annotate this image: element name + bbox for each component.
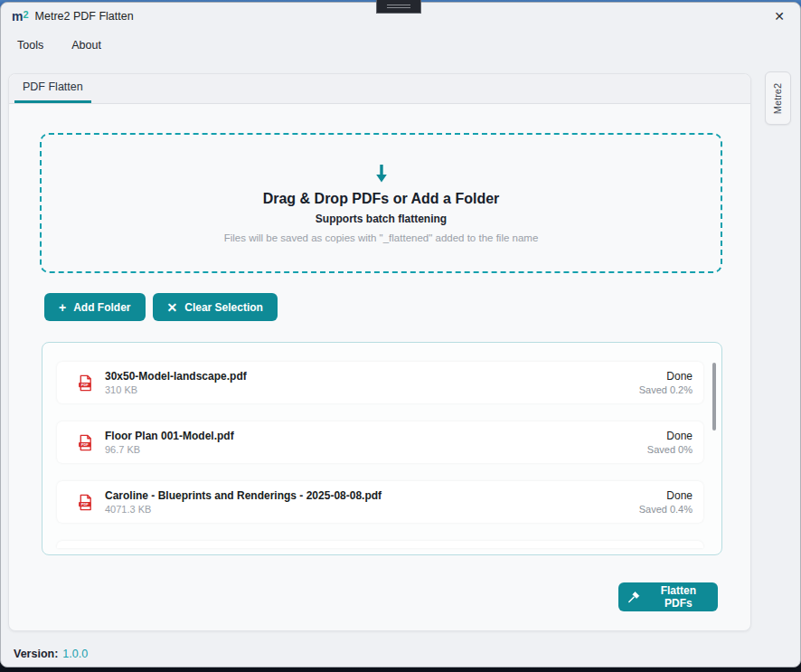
file-saved-text: Saved 0.4%: [639, 504, 693, 515]
file-name: Caroline - Blueprints and Renderings - 2…: [105, 489, 382, 502]
file-status-text: Done: [666, 489, 693, 502]
version-label: Version:: [14, 648, 58, 660]
file-row[interactable]: PDF 30x50-Model-landscape.pdf 310 KB Don…: [57, 362, 703, 403]
file-info: Floor Plan 001-Model.pdf 96.7 KB: [105, 430, 234, 455]
file-status-text: Done: [666, 370, 693, 383]
file-info: Caroline - Blueprints and Renderings - 2…: [105, 489, 382, 515]
tab-label: PDF Flatten: [23, 80, 83, 93]
status-bar: Version:1.0.0: [14, 648, 88, 660]
file-name: Floor Plan 001-Model.pdf: [105, 430, 234, 442]
side-tab-metre2[interactable]: Metre2: [765, 71, 791, 125]
tab-strip: PDF Flatten: [9, 74, 750, 104]
file-row-partial: [57, 541, 703, 548]
close-button[interactable]: ✕: [759, 3, 800, 30]
file-size: 4071.3 KB: [105, 504, 382, 515]
add-folder-button[interactable]: + Add Folder: [44, 293, 146, 321]
file-status: Done Saved 0.4%: [639, 489, 693, 515]
close-icon: ✕: [774, 9, 785, 24]
svg-text:PDF: PDF: [81, 502, 90, 506]
file-status-text: Done: [666, 430, 693, 442]
pdf-file-icon: PDF: [77, 494, 94, 511]
dropzone-subheading: Supports batch flattening: [316, 213, 447, 225]
file-rows: PDF 30x50-Model-landscape.pdf 310 KB Don…: [57, 362, 703, 523]
snap-handle-line: [387, 7, 410, 8]
side-tab-label: Metre2: [773, 82, 784, 113]
toolbar: + Add Folder ✕ Clear Selection: [44, 293, 278, 321]
menu-item-about[interactable]: About: [70, 35, 103, 55]
cross-icon: ✕: [167, 301, 178, 314]
version-value: 1.0.0: [62, 648, 88, 660]
file-list-scrollbar[interactable]: [712, 363, 716, 431]
flatten-pdfs-label: Flatten PDFs: [648, 584, 709, 610]
plus-icon: +: [59, 301, 66, 314]
main-panel: PDF Flatten Drag & Drop PDFs or Add a Fo…: [8, 73, 751, 631]
desktop-background: m2 Metre2 PDF Flatten ✕ Tools About Metr…: [0, 0, 801, 672]
file-info: 30x50-Model-landscape.pdf 310 KB: [105, 370, 247, 395]
file-row[interactable]: PDF Floor Plan 001-Model.pdf 96.7 KB Don…: [57, 421, 703, 463]
down-arrow-icon: [374, 164, 389, 184]
tab-pdf-flatten[interactable]: PDF Flatten: [14, 73, 91, 103]
file-saved-text: Saved 0%: [647, 444, 693, 455]
app-logo-icon: m2: [12, 9, 29, 24]
clear-selection-label: Clear Selection: [184, 301, 263, 314]
menu-item-tools[interactable]: Tools: [15, 35, 45, 55]
file-size: 96.7 KB: [105, 444, 234, 455]
file-row[interactable]: PDF Caroline - Blueprints and Renderings…: [57, 481, 703, 523]
file-name: 30x50-Model-landscape.pdf: [105, 370, 247, 383]
add-folder-label: Add Folder: [73, 301, 130, 314]
app-window: m2 Metre2 PDF Flatten ✕ Tools About Metr…: [0, 2, 801, 667]
file-list: PDF 30x50-Model-landscape.pdf 310 KB Don…: [42, 342, 722, 555]
drag-drop-zone[interactable]: Drag & Drop PDFs or Add a Folder Support…: [40, 133, 722, 273]
menu-bar: Tools About: [1, 30, 800, 61]
pdf-file-icon: PDF: [77, 434, 94, 451]
svg-text:PDF: PDF: [81, 383, 90, 387]
hammer-icon: [627, 590, 641, 604]
dropzone-note: Files will be saved as copies with "_fla…: [224, 232, 539, 243]
dropzone-heading: Drag & Drop PDFs or Add a Folder: [263, 191, 500, 207]
svg-text:PDF: PDF: [81, 442, 90, 447]
clear-selection-button[interactable]: ✕ Clear Selection: [153, 293, 278, 321]
file-saved-text: Saved 0.2%: [639, 384, 693, 395]
file-size: 310 KB: [105, 384, 247, 395]
flatten-pdfs-button[interactable]: Flatten PDFs: [618, 582, 718, 611]
window-title: Metre2 PDF Flatten: [35, 10, 134, 23]
file-status: Done Saved 0.2%: [639, 370, 693, 395]
snap-layout-handle[interactable]: [376, 0, 421, 14]
file-status: Done Saved 0%: [647, 430, 693, 455]
pdf-file-icon: PDF: [77, 374, 94, 392]
snap-handle-line: [387, 5, 410, 5]
